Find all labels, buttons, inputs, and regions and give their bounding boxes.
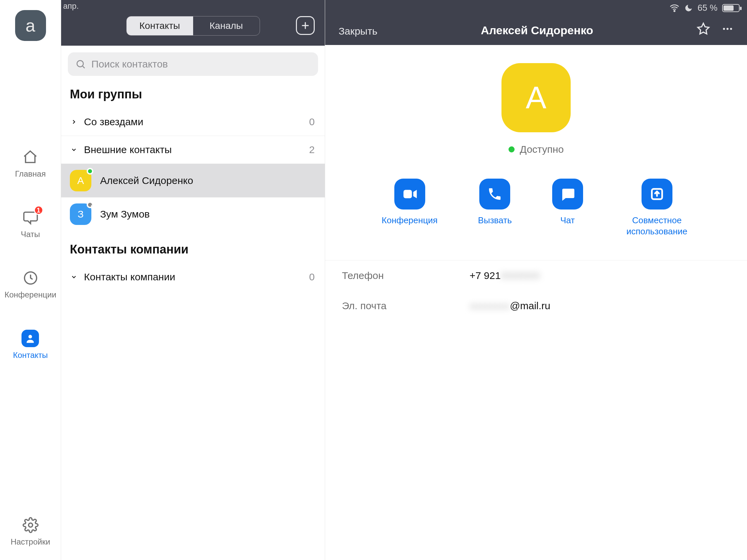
search-input[interactable] — [92, 58, 311, 70]
action-meet[interactable]: Конференция — [382, 179, 438, 237]
avatar: З — [70, 204, 92, 225]
svg-point-3 — [77, 60, 83, 67]
clock-icon — [22, 269, 39, 287]
svg-point-2 — [29, 523, 32, 527]
message-icon — [560, 186, 576, 202]
tab-contacts[interactable]: Контакты — [127, 17, 193, 35]
svg-point-6 — [726, 28, 728, 30]
presence-indicator — [87, 168, 93, 175]
group-starred[interactable]: Со звездами 0 — [61, 108, 325, 136]
nav-contacts[interactable]: Контакты — [13, 330, 48, 360]
contact-row[interactable]: З Зум Зумов — [61, 197, 325, 231]
email-value[interactable]: xxxxxxxx@mail.ru — [469, 300, 550, 312]
nav-settings[interactable]: Настройки — [11, 516, 50, 546]
section-my-groups: Мои группы — [61, 76, 325, 108]
avatar: А — [70, 170, 92, 191]
nav-rail: a Главная 1 Чаты Конференции — [0, 0, 61, 560]
contact-name: Зум Зумов — [100, 209, 150, 220]
nav-chats[interactable]: 1 Чаты — [21, 209, 40, 239]
detail-title: Алексей Сидоренко — [384, 24, 690, 37]
list-header: апр. Контакты Каналы — [61, 0, 325, 46]
group-company-count: 0 — [309, 271, 315, 283]
contacts-icon — [22, 330, 39, 347]
more-icon — [721, 23, 733, 35]
group-company[interactable]: Контакты компании 0 — [61, 263, 325, 291]
group-external-count: 2 — [309, 144, 315, 156]
nav-meetings-label: Конференции — [4, 290, 56, 299]
contacts-list-pane: апр. Контакты Каналы Мои группы Со звезд… — [61, 0, 325, 560]
svg-point-5 — [723, 28, 725, 30]
chat-icon: 1 — [22, 209, 39, 226]
group-external[interactable]: Внешние контакты 2 — [61, 136, 325, 164]
battery-text: 65 % — [698, 3, 717, 13]
info-email: Эл. почта xxxxxxxx@mail.ru — [325, 291, 747, 321]
more-button[interactable] — [721, 23, 733, 36]
email-label: Эл. почта — [342, 300, 469, 312]
svg-point-1 — [29, 335, 32, 339]
add-button[interactable] — [296, 16, 315, 35]
search-icon — [75, 59, 86, 70]
share-icon — [649, 186, 665, 202]
action-share[interactable]: Совместное использование — [623, 179, 691, 237]
tab-channels[interactable]: Каналы — [193, 17, 260, 35]
view-segmented-control: Контакты Каналы — [126, 16, 260, 35]
action-chat[interactable]: Чат — [552, 179, 583, 237]
chevron-down-icon — [70, 274, 78, 280]
presence-text: Доступно — [520, 144, 564, 155]
nav-meetings[interactable]: Конференции — [4, 269, 56, 299]
chats-badge: 1 — [34, 206, 43, 215]
star-icon — [697, 22, 710, 35]
action-call[interactable]: Вызвать — [478, 179, 512, 237]
action-chat-label: Чат — [560, 215, 575, 226]
nav-contacts-label: Контакты — [13, 350, 48, 360]
battery-icon — [722, 4, 740, 12]
action-call-label: Вызвать — [478, 215, 512, 226]
group-external-label: Внешние контакты — [84, 144, 172, 156]
contact-detail-pane: 65 % Закрыть Алексей Сидоренко А Доступн… — [325, 0, 747, 560]
svg-point-4 — [674, 10, 675, 12]
nav-home-label: Главная — [15, 169, 46, 179]
svg-point-7 — [730, 28, 732, 30]
svg-rect-8 — [404, 190, 412, 198]
favorite-button[interactable] — [697, 22, 710, 37]
contact-name: Алексей Сидоренко — [100, 175, 193, 186]
section-company: Контакты компании — [61, 231, 325, 263]
search-field[interactable] — [68, 52, 318, 76]
wifi-icon — [669, 3, 679, 13]
video-icon — [402, 186, 418, 203]
statusbar-right: 65 % — [669, 3, 740, 13]
presence-dot-icon — [509, 146, 515, 153]
group-starred-label: Со звездами — [84, 116, 144, 128]
chevron-down-icon — [70, 146, 78, 153]
plus-icon — [300, 21, 310, 31]
chevron-right-icon — [70, 118, 78, 125]
nav-settings-label: Настройки — [11, 537, 50, 546]
home-icon — [22, 149, 39, 166]
phone-icon — [487, 186, 503, 202]
nav-chats-label: Чаты — [21, 230, 40, 239]
phone-value[interactable]: +7 9210000000 — [469, 270, 540, 281]
action-share-label: Совместное использование — [623, 215, 691, 237]
contact-avatar-large: А — [501, 63, 571, 132]
close-button[interactable]: Закрыть — [339, 26, 378, 37]
moon-icon — [684, 4, 693, 12]
profile-avatar[interactable]: a — [15, 10, 46, 41]
group-company-label: Контакты компании — [84, 271, 175, 283]
presence-status: Доступно — [509, 144, 564, 155]
nav-home[interactable]: Главная — [15, 149, 46, 179]
info-phone: Телефон +7 9210000000 — [325, 261, 747, 291]
group-starred-count: 0 — [309, 116, 315, 128]
detail-header: 65 % Закрыть Алексей Сидоренко — [325, 0, 747, 45]
action-meet-label: Конференция — [382, 215, 438, 226]
phone-label: Телефон — [342, 270, 469, 281]
presence-indicator — [87, 202, 93, 208]
contact-row[interactable]: А Алексей Сидоренко — [61, 164, 325, 197]
gear-icon — [22, 516, 39, 534]
